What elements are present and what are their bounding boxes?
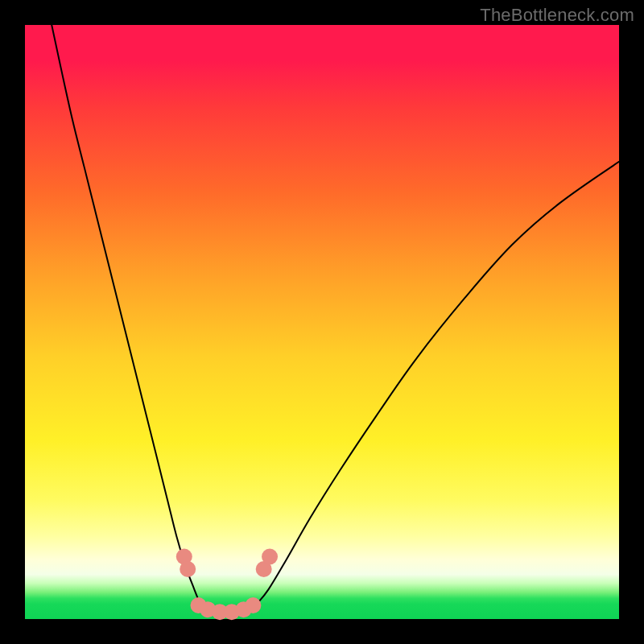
series-left-branch (52, 25, 200, 605)
watermark-text: TheBottleneck.com (480, 5, 634, 26)
series-right-branch (257, 162, 619, 605)
chart-svg (25, 25, 619, 619)
marker-left-cluster-upper-2 (180, 561, 196, 577)
marker-right-cluster-upper-2 (262, 549, 278, 565)
chart-frame: TheBottleneck.com (0, 0, 644, 644)
marker-floor-6 (245, 597, 261, 613)
chart-lines-layer (52, 25, 619, 613)
chart-markers-layer (176, 549, 278, 621)
